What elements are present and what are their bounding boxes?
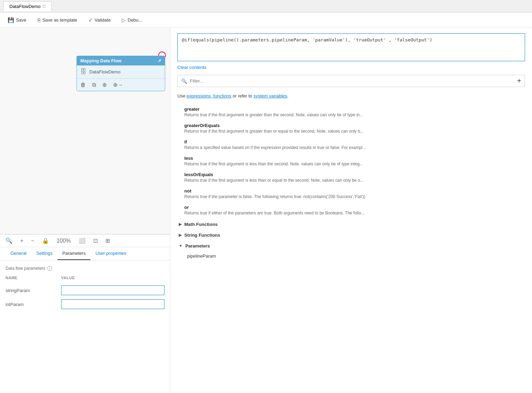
- param-name-1: intParam: [6, 302, 57, 307]
- mdf-name: DataFlowDemo: [89, 69, 121, 74]
- toolbar: 💾 Save ⎘ Save as template ✓ Validate ▷ D…: [0, 13, 532, 28]
- expressions-functions-link[interactable]: expressions, functions: [187, 93, 232, 99]
- external-link-icon[interactable]: ↗: [158, 58, 161, 63]
- table-header: NAME VALUE: [6, 274, 164, 281]
- minimap-button[interactable]: ⊡: [92, 237, 99, 245]
- tab-label: DataFlowDemo: [9, 4, 41, 9]
- param-row-0: stringParam: [6, 283, 164, 297]
- func-name-greaterorequals: greaterOrEquals: [184, 123, 525, 128]
- filter-bar: 🔍 +: [177, 75, 525, 87]
- func-name-or: or: [184, 205, 525, 210]
- param-value-input-1[interactable]: [61, 299, 164, 309]
- database-icon: 🗄: [80, 68, 87, 76]
- filter-search-icon: 🔍: [181, 78, 187, 84]
- params-section-label: Parameters: [185, 243, 210, 249]
- func-name-not: not: [184, 188, 525, 194]
- delete-icon[interactable]: 🗑: [80, 82, 86, 88]
- func-desc-or: Returns true if either of the parameters…: [184, 211, 525, 215]
- func-desc-if: Returns a specified value based on if th…: [184, 145, 525, 150]
- func-desc-greaterorequals: Returns true if the first argument is gr…: [184, 129, 525, 134]
- section-title: Data flow parameters i: [6, 266, 164, 271]
- tab-unsaved-dot: [43, 5, 46, 8]
- func-name-greater: greater: [184, 107, 525, 112]
- properties-panel: General Settings Parameters User propert…: [0, 247, 170, 393]
- debug-icon: ▷: [122, 17, 126, 23]
- mdf-actions: 🗑 ⧉ ⊕ ⊕→: [77, 79, 165, 91]
- save-button[interactable]: 💾 Save: [6, 16, 29, 25]
- validate-label: Validate: [95, 17, 111, 23]
- system-variables-link[interactable]: system variables: [253, 93, 287, 99]
- mdf-header: Mapping Data Flow ↗: [77, 56, 165, 65]
- param-item-label: pipelineParam: [187, 253, 216, 259]
- func-item-greaterorequals: greaterOrEquals Returns true if the firs…: [177, 121, 525, 137]
- tab-bar: DataFlowDemo: [0, 0, 532, 13]
- param-row-1: intParam: [6, 297, 164, 311]
- func-item-or: or Returns true if either of the paramet…: [177, 203, 525, 219]
- zoom-out-button[interactable]: −: [30, 237, 35, 245]
- func-item-less: less Returns true if the first argument …: [177, 154, 525, 170]
- string-chevron-right-icon: ▶: [179, 233, 182, 237]
- fit-view-button[interactable]: ⬜: [77, 237, 87, 245]
- copy-icon[interactable]: ⧉: [92, 82, 96, 88]
- mdf-card[interactable]: Mapping Data Flow ↗ 🗄 DataFlowDemo 🗑 ⧉ ⊕…: [76, 56, 165, 91]
- tab-user-properties[interactable]: User properties: [90, 247, 131, 260]
- add-output-icon[interactable]: ⊕→: [113, 81, 123, 88]
- function-list: greater Returns true if the first argume…: [177, 104, 525, 219]
- expression-text: @if(equals(pipeline().parameters.pipelin…: [182, 37, 432, 42]
- info-icon: i: [47, 266, 52, 271]
- func-desc-less: Returns true if the first argument is le…: [184, 162, 525, 166]
- props-tabs: General Settings Parameters User propert…: [0, 247, 170, 260]
- validate-button[interactable]: ✓ Validate: [86, 16, 113, 25]
- mdf-title: Mapping Data Flow: [80, 58, 121, 63]
- tab-general[interactable]: General: [6, 247, 31, 260]
- expression-input[interactable]: @if(equals(pipeline().parameters.pipelin…: [177, 33, 525, 61]
- zoom-in-button[interactable]: +: [19, 237, 25, 245]
- right-panel: @if(equals(pipeline().parameters.pipelin…: [170, 28, 532, 393]
- filter-input[interactable]: [190, 78, 514, 84]
- save-template-button[interactable]: ⎘ Save as template: [35, 16, 79, 24]
- zoom-percent-button[interactable]: 100%: [55, 237, 72, 245]
- tab-parameters[interactable]: Parameters: [57, 247, 90, 260]
- lock-button[interactable]: 🔒: [41, 237, 50, 245]
- description-text: Use expressions, functions or refer to s…: [177, 93, 525, 100]
- filter-add-button[interactable]: +: [517, 77, 521, 85]
- canvas-area[interactable]: Mapping Data Flow ↗ 🗄 DataFlowDemo 🗑 ⧉ ⊕…: [0, 28, 170, 234]
- math-functions-section[interactable]: ▶ Math Functions: [177, 219, 525, 230]
- template-icon: ⎘: [38, 17, 41, 23]
- param-name-0: stringParam: [6, 288, 57, 293]
- func-item-if: if Returns a specified value based on if…: [177, 137, 525, 154]
- canvas-toolbar: 🔍 + − 🔒 100% ⬜ ⊡ ⊞: [0, 234, 170, 247]
- col-name-header: NAME: [6, 276, 61, 280]
- left-panel: Mapping Data Flow ↗ 🗄 DataFlowDemo 🗑 ⧉ ⊕…: [0, 28, 170, 393]
- math-section-label: Math Functions: [184, 222, 218, 227]
- template-label: Save as template: [42, 17, 77, 23]
- layout-button[interactable]: ⊞: [104, 237, 111, 245]
- func-desc-lessorequals: Returns true if the first argument is le…: [184, 178, 525, 183]
- tab-dataflowdemo[interactable]: DataFlowDemo: [3, 1, 51, 11]
- save-label: Save: [16, 17, 26, 23]
- param-item-pipelineparam: pipelineParam: [177, 251, 525, 261]
- string-section-label: String Functions: [184, 233, 220, 238]
- save-icon: 💾: [8, 17, 14, 23]
- mdf-title-row: 🗄 DataFlowDemo: [77, 65, 165, 79]
- parameters-section[interactable]: ▼ Parameters: [177, 241, 525, 251]
- validate-icon: ✓: [88, 17, 93, 23]
- search-tool-button[interactable]: 🔍: [4, 237, 14, 245]
- props-content: Data flow parameters i NAME VALUE string…: [0, 260, 170, 393]
- func-desc-greater: Returns true if the first argument is gr…: [184, 112, 525, 117]
- debug-button[interactable]: ▷ Debu...: [120, 16, 144, 25]
- params-chevron-down-icon: ▼: [179, 244, 183, 248]
- func-item-lessorequals: lessOrEquals Returns true if the first a…: [177, 170, 525, 186]
- clear-contents-link[interactable]: Clear contents: [177, 65, 525, 70]
- func-name-lessorequals: lessOrEquals: [184, 172, 525, 177]
- func-item-not: not Returns true if the parameter is fal…: [177, 186, 525, 203]
- math-chevron-right-icon: ▶: [179, 222, 182, 227]
- func-item-greater: greater Returns true if the first argume…: [177, 104, 525, 121]
- param-value-input-0[interactable]: [61, 285, 164, 295]
- col-value-header: VALUE: [61, 276, 164, 280]
- func-desc-not: Returns true if the parameter is false. …: [184, 194, 525, 199]
- duplicate-icon[interactable]: ⊕: [102, 81, 107, 88]
- string-functions-section[interactable]: ▶ String Functions: [177, 230, 525, 241]
- func-name-if: if: [184, 139, 525, 144]
- tab-settings[interactable]: Settings: [31, 247, 57, 260]
